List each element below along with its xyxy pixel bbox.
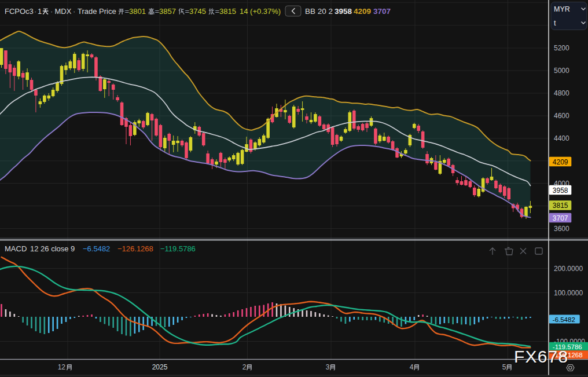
svg-text:4400: 4400 [554, 134, 569, 142]
svg-text:5: 5 [502, 363, 506, 371]
svg-text:−126.1268: −126.1268 [117, 244, 153, 253]
svg-text:−6.5482: −6.5482 [83, 244, 110, 253]
svg-text:3958: 3958 [553, 186, 568, 195]
svg-text:4: 4 [410, 363, 414, 371]
svg-text:t: t [554, 19, 556, 27]
svg-text:3958: 3958 [335, 7, 352, 16]
svg-text:=: = [215, 7, 220, 16]
svg-text:BB 20 2: BB 20 2 [305, 7, 333, 16]
svg-text:4209: 4209 [354, 7, 371, 16]
svg-text:3815: 3815 [219, 7, 236, 16]
svg-text:·: · [34, 7, 36, 16]
svg-text:5200: 5200 [554, 44, 569, 52]
svg-text:MDX: MDX [55, 7, 72, 16]
svg-text:4209: 4209 [553, 158, 568, 166]
svg-text:-6.5482: -6.5482 [553, 316, 575, 323]
svg-text:MYR: MYR [554, 5, 570, 13]
svg-text:·: · [73, 7, 75, 16]
svg-text:1: 1 [38, 7, 42, 16]
svg-text:3707: 3707 [373, 7, 391, 16]
svg-text:2: 2 [242, 363, 247, 371]
svg-text:=: = [125, 7, 130, 16]
svg-text:3745: 3745 [189, 7, 206, 16]
svg-text:−119.5786: −119.5786 [160, 244, 196, 253]
svg-text:2025: 2025 [152, 363, 168, 371]
svg-text:=: = [155, 7, 160, 16]
svg-text:=: = [185, 7, 190, 16]
svg-text:3707: 3707 [553, 214, 568, 222]
svg-text:100.0000: 100.0000 [554, 289, 583, 297]
svg-text:FCPOc3: FCPOc3 [5, 7, 34, 16]
svg-text:3: 3 [326, 363, 330, 371]
svg-text:200.0000: 200.0000 [554, 265, 583, 273]
svg-text:·: · [50, 7, 53, 16]
svg-text:12: 12 [58, 363, 66, 371]
svg-text:3815: 3815 [553, 202, 568, 210]
svg-text:4800: 4800 [554, 89, 569, 97]
svg-text:Trade Price: Trade Price [78, 7, 116, 16]
svg-text:5000: 5000 [554, 67, 569, 75]
svg-text:12 26 close 9: 12 26 close 9 [30, 244, 75, 253]
svg-text:3857: 3857 [159, 7, 176, 16]
svg-text:4600: 4600 [554, 112, 569, 120]
svg-text:14 (+0.37%): 14 (+0.37%) [240, 7, 281, 16]
svg-text:MACD: MACD [5, 244, 27, 253]
svg-text:3600: 3600 [554, 225, 569, 233]
svg-text:3801: 3801 [129, 7, 146, 16]
svg-text:FX678: FX678 [514, 347, 568, 366]
